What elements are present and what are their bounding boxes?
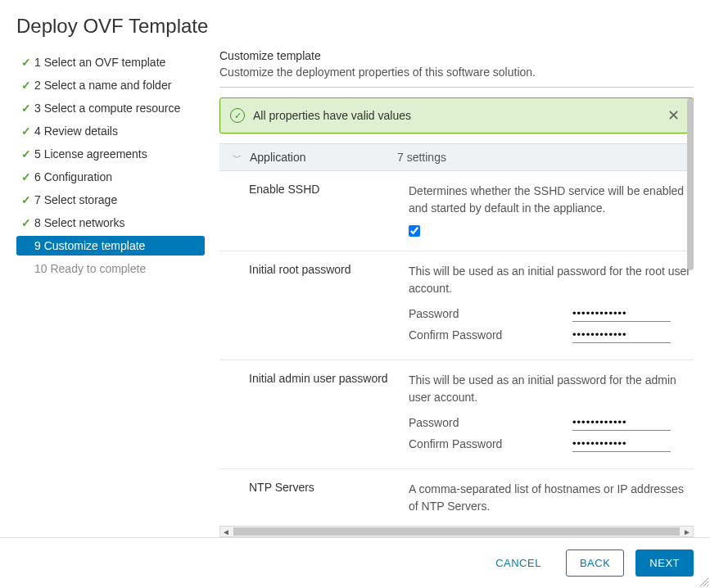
prop-label: Initial admin user password [249, 372, 409, 457]
check-icon: ✓ [21, 79, 34, 92]
scrollbar-thumb[interactable] [233, 527, 680, 536]
scroll-right-icon[interactable]: ► [681, 527, 693, 536]
check-icon: ✓ [21, 170, 34, 183]
check-icon: ✓ [21, 216, 34, 229]
prop-label: NTP Servers [249, 481, 409, 523]
horizontal-scrollbar[interactable]: ◄ ► [219, 526, 694, 537]
step-label: 1 Select an OVF template [34, 56, 165, 69]
root-password-input[interactable] [572, 305, 671, 322]
sshd-checkbox[interactable] [409, 225, 420, 237]
wizard-step-3[interactable]: ✓3 Select a compute resource [16, 98, 205, 118]
scroll-left-icon[interactable]: ◄ [220, 527, 232, 536]
alert-text: All properties have valid values [253, 109, 664, 122]
step-label: 6 Configuration [34, 170, 112, 183]
check-icon: ✓ [21, 193, 34, 206]
success-icon: ✓ [230, 108, 245, 123]
check-icon: ✓ [21, 124, 34, 138]
resize-handle-icon[interactable] [699, 577, 708, 586]
wizard-step-4[interactable]: ✓4 Review details [16, 121, 205, 141]
chevron-down-icon: ﹀ [233, 151, 242, 164]
wizard-step-2[interactable]: ✓2 Select a name and folder [16, 75, 205, 95]
deploy-ovf-dialog: Deploy OVF Template ✓1 Select an OVF tem… [0, 0, 710, 588]
prop-desc: This will be used as an initial password… [409, 263, 694, 297]
password-label: Password [409, 416, 572, 429]
confirm-password-label: Confirm Password [409, 437, 572, 450]
wizard-steps: ✓1 Select an OVF template✓2 Select a nam… [16, 49, 205, 537]
admin-confirm-password-input[interactable] [572, 436, 671, 452]
check-icon: ✓ [21, 102, 34, 115]
section-header-application[interactable]: ﹀ Application 7 settings [219, 143, 694, 171]
dialog-footer: CANCEL BACK NEXT [0, 537, 710, 588]
prop-desc: A comma-separated list of hostnames or I… [409, 481, 694, 515]
dialog-title: Deploy OVF Template [0, 0, 710, 49]
close-icon[interactable]: ✕ [664, 106, 683, 124]
prop-desc: This will be used as an initial password… [409, 372, 694, 406]
prop-label: Enable SSHD [249, 183, 409, 239]
step-label: 2 Select a name and folder [34, 79, 171, 92]
check-icon: ✓ [21, 56, 34, 69]
back-button[interactable]: BACK [566, 550, 624, 577]
cancel-button[interactable]: CANCEL [482, 550, 554, 577]
step-label: 3 Select a compute resource [34, 102, 180, 115]
section-count: 7 settings [397, 151, 446, 164]
next-button[interactable]: NEXT [635, 550, 694, 577]
step-label: 8 Select networks [34, 216, 125, 229]
content-subheading: Customize the deployment properties of t… [219, 66, 694, 79]
content-heading: Customize template [219, 49, 694, 62]
wizard-step-7[interactable]: ✓7 Select storage [16, 190, 205, 210]
step-label: 4 Review details [34, 124, 118, 138]
property-ntp-servers: NTP Servers A comma-separated list of ho… [219, 469, 694, 535]
prop-label: Initial root password [249, 263, 409, 348]
root-confirm-password-input[interactable] [572, 327, 671, 343]
step-label: 9 Customize template [34, 239, 145, 252]
step-label: 5 License agreements [34, 147, 147, 161]
confirm-password-label: Confirm Password [409, 328, 572, 341]
wizard-step-9[interactable]: 9 Customize template [16, 236, 205, 256]
wizard-step-6[interactable]: ✓6 Configuration [16, 167, 205, 187]
check-icon: ✓ [21, 147, 34, 161]
wizard-step-10: 10 Ready to complete [16, 259, 205, 278]
password-label: Password [409, 307, 572, 320]
wizard-step-1[interactable]: ✓1 Select an OVF template [16, 52, 205, 72]
admin-password-input[interactable] [572, 414, 671, 431]
step-label: 7 Select storage [34, 193, 117, 206]
step-label: 10 Ready to complete [34, 262, 146, 275]
property-admin-password: Initial admin user password This will be… [219, 360, 694, 469]
property-root-password: Initial root password This will be used … [219, 251, 694, 360]
svg-line-2 [707, 585, 708, 586]
wizard-step-5[interactable]: ✓5 License agreements [16, 144, 205, 164]
wizard-step-8[interactable]: ✓8 Select networks [16, 213, 205, 233]
validation-alert: ✓ All properties have valid values ✕ [219, 97, 694, 133]
divider [219, 87, 694, 88]
prop-desc: Determines whether the SSHD service will… [409, 183, 694, 217]
section-name: Application [250, 151, 397, 164]
vertical-scrollbar[interactable] [687, 98, 694, 270]
property-enable-sshd: Enable SSHD Determines whether the SSHD … [219, 171, 694, 251]
